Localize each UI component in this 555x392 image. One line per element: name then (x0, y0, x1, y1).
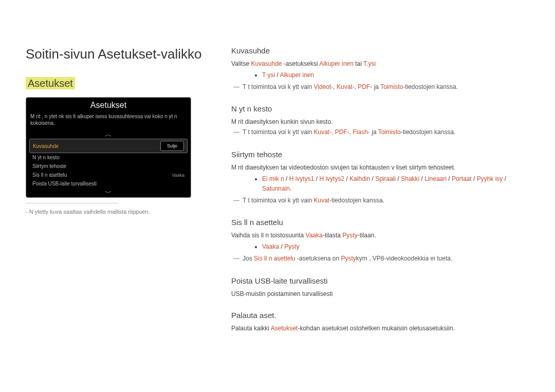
panel-item-sisallon[interactable]: Sis ll n asettelu Vaaka (29, 171, 188, 179)
panel-item-label: Siirtym tehoste (32, 163, 66, 169)
section-heading: Asetukset (26, 78, 75, 89)
option-desc: M rit diaesityksen tai videotiedoston si… (231, 163, 529, 172)
panel-item-label: Poista USB-laite turvallisesti (32, 181, 97, 186)
option-title: Siirtym tehoste (231, 150, 529, 159)
settings-panel: Asetukset M rit , n ytet nk sis lt alkup… (26, 97, 191, 198)
panel-item-siirtym[interactable]: Siirtym tehoste (29, 162, 188, 171)
section-usb: Poista USB-laite turvallisesti USB-muist… (231, 276, 529, 298)
option-title: Poista USB-laite turvallisesti (231, 276, 529, 285)
option-values: Ei mik n / H ivytys1 / H ivytys2 / Kaihd… (262, 174, 529, 194)
option-desc: M rit diaesityksen kunkin sivun kesto. (231, 117, 529, 126)
option-title: Kuvasuhde (231, 46, 529, 55)
option-values: Vaaka / Pysty (262, 242, 529, 252)
option-values: T ysi / Alkuper inen (262, 70, 529, 80)
scroll-down-icon[interactable]: ﹀ (26, 188, 191, 197)
panel-item-kesto[interactable]: N yt n kesto (29, 153, 188, 162)
panel-item-label: Kuvasuhde (33, 143, 59, 149)
option-desc: Palauta kaikki Asetukset-kohdan asetukse… (231, 324, 529, 333)
panel-description: M rit , n ytet nk sis lt alkuper isess k… (26, 112, 191, 129)
section-kuvasuhde: Kuvasuhde Valitse Kuvasuhde -asetukseksi… (231, 46, 529, 92)
page-title: Soitin-sivun Asetukset-valikko (26, 46, 216, 62)
option-title: N yt n kesto (231, 104, 529, 113)
panel-item-label: N yt n kesto (32, 155, 60, 160)
option-title: Sis ll n asettelu (231, 218, 529, 227)
footnote: - N ytetty kuva saattaa vaihdella mallis… (26, 209, 216, 215)
section-palauta: Palauta aset. Palauta kaikki Asetukset-k… (231, 311, 529, 333)
scroll-up-icon[interactable]: ︿ (26, 129, 191, 139)
section-siirtym: Siirtym tehoste M rit diaesityksen tai v… (231, 150, 529, 206)
panel-title: Asetukset (26, 98, 191, 112)
option-note: T t toimintoa voi k ytt vain Videot-, Ku… (231, 82, 529, 92)
option-desc: Valitse Kuvasuhde -asetukseksi Alkuper i… (231, 59, 529, 68)
close-button[interactable]: Sulje (160, 141, 184, 151)
panel-item-label: Sis ll n asettelu (32, 172, 67, 178)
option-desc: Vaihda sis ll n toistosuunta Vaaka-tilas… (231, 231, 529, 240)
option-title: Palauta aset. (231, 311, 529, 320)
option-note: T t toimintoa voi k ytt vain Kuvat-, PDF… (231, 127, 529, 137)
panel-item-kuvasuhde[interactable]: Kuvasuhde Sulje (29, 139, 188, 153)
option-desc: USB-muistin poistaminen turvallisesti (231, 289, 529, 298)
option-note: T t toimintoa voi k ytt vain Kuvat-tiedo… (231, 196, 529, 206)
section-sisallon: Sis ll n asettelu Vaihda sis ll n toisto… (231, 218, 529, 264)
panel-item-usb[interactable]: Poista USB-laite turvallisesti (29, 179, 188, 188)
section-kesto: N yt n kesto M rit diaesityksen kunkin s… (231, 104, 529, 137)
option-note: Jos Sis ll n asettelu -asetuksena on Pys… (231, 254, 529, 264)
divider (26, 203, 118, 203)
panel-item-value: Vaaka (172, 173, 184, 178)
